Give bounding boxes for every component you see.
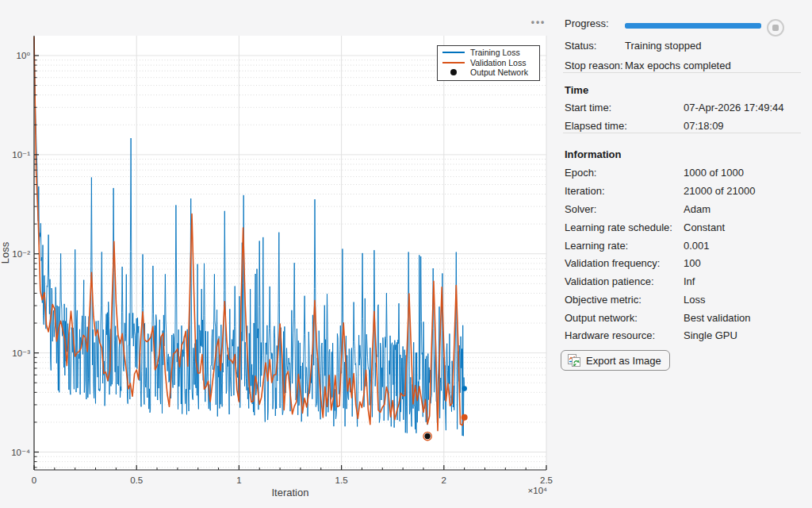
y-tick-label: 10⁰: [17, 51, 31, 60]
output-network-row: Output network: Best validation: [555, 312, 812, 325]
x-axis-exponent-label: ×10⁴: [528, 486, 548, 495]
y-axis-title: Loss: [0, 241, 11, 264]
section-divider: [563, 133, 801, 133]
more-options-button[interactable]: •••: [528, 16, 549, 29]
x-tick-label: 0: [32, 475, 36, 485]
y-tick-label: 10⁻³: [12, 348, 30, 358]
information-section-title: Information: [565, 148, 622, 160]
training-progress-window: 10⁰10⁻¹10⁻²10⁻³10⁻⁴00.511.522.5×10⁴Itera…: [0, 0, 812, 508]
time-section-title: Time: [565, 84, 588, 96]
y-tick-label: 10⁻²: [12, 249, 30, 259]
epoch-row: Epoch: 1000 of 1000: [555, 167, 812, 179]
epoch-label: Epoch:: [565, 167, 596, 179]
learning-rate-value: 0.001: [684, 240, 710, 252]
hardware-resource-row: Hardware resource: Single GPU: [555, 329, 812, 342]
x-tick-label: 2.5: [540, 475, 553, 485]
legend-item-training[interactable]: Training Loss: [441, 48, 536, 58]
export-image-icon: [567, 353, 581, 368]
legend-training-line-icon: [442, 52, 465, 53]
validation-frequency-row: Validation frequency: 100: [555, 257, 812, 270]
status-value: Training stopped: [625, 40, 701, 52]
solver-row: Solver: Adam: [555, 203, 812, 216]
legend-output-label: Output Network: [470, 67, 528, 77]
elapsed-time-label: Elapsed time:: [565, 120, 627, 133]
stop-reason-label: Stop reason:: [565, 60, 623, 72]
chart-legend: Training Loss Validation Loss Output Net…: [437, 45, 540, 81]
stop-reason-row: Stop reason: Max epochs completed: [555, 60, 812, 72]
legend-output-sample: [441, 69, 466, 75]
start-time-label: Start time:: [565, 102, 611, 114]
export-as-image-button[interactable]: Export as Image: [561, 350, 670, 371]
elapsed-time-row: Elapsed time: 07:18:09: [555, 120, 812, 133]
progress-bar-fill: [625, 23, 761, 29]
output-network-value: Best validation: [684, 312, 751, 325]
stop-reason-value: Max epochs completed: [625, 60, 731, 72]
validation-patience-value: Inf: [684, 275, 695, 288]
validation-frequency-value: 100: [684, 257, 701, 270]
lr-schedule-value: Constant: [684, 221, 725, 234]
legend-training-sample: [441, 52, 466, 53]
solver-label: Solver:: [565, 203, 596, 216]
legend-item-output-network[interactable]: Output Network: [441, 67, 536, 78]
legend-validation-sample: [441, 62, 466, 64]
x-tick-label: 2: [442, 475, 446, 485]
legend-validation-label: Validation Loss: [470, 58, 526, 67]
iteration-row: Iteration: 21000 of 21000: [555, 185, 812, 198]
validation-frequency-label: Validation frequency:: [565, 257, 660, 270]
status-label: Status:: [565, 40, 596, 52]
loss-chart-region: 10⁰10⁻¹10⁻²10⁻³10⁻⁴00.511.522.5×10⁴Itera…: [0, 0, 555, 508]
start-time-row: Start time: 07-Apr-2026 17:49:44: [555, 102, 812, 114]
output-network-marker: [424, 433, 430, 439]
status-row: Status: Training stopped: [555, 40, 812, 52]
validation-patience-row: Validation patience: Inf: [555, 275, 812, 288]
learning-rate-row: Learning rate: 0.001: [555, 240, 812, 252]
validation-end-marker: [462, 414, 468, 421]
progress-label: Progress:: [565, 17, 609, 30]
elapsed-time-value: 07:18:09: [684, 120, 724, 133]
stop-button[interactable]: [767, 19, 784, 37]
x-tick-label: 1.5: [335, 475, 348, 485]
stop-icon: [772, 25, 779, 31]
training-info-panel: Progress: Status: Training stopped Stop …: [555, 0, 812, 508]
iteration-value: 21000 of 21000: [684, 185, 755, 198]
objective-metric-label: Objective metric:: [565, 294, 642, 306]
objective-metric-value: Loss: [684, 294, 705, 306]
output-network-label: Output network:: [565, 312, 638, 325]
progress-bar: [625, 23, 761, 29]
legend-item-validation[interactable]: Validation Loss: [441, 58, 536, 68]
solver-value: Adam: [684, 203, 710, 216]
learning-rate-label: Learning rate:: [565, 240, 628, 252]
legend-validation-line-icon: [442, 62, 465, 64]
iteration-label: Iteration:: [565, 185, 605, 198]
x-axis-title: Iteration: [272, 487, 309, 498]
start-time-value: 07-Apr-2026 17:49:44: [684, 102, 783, 114]
x-tick-label: 1: [236, 475, 241, 485]
y-tick-label: 10⁻⁴: [11, 448, 30, 457]
validation-patience-label: Validation patience:: [565, 275, 654, 288]
lr-schedule-label: Learning rate schedule:: [565, 221, 672, 234]
training-end-marker: [462, 386, 467, 391]
legend-output-dot-icon: [450, 69, 457, 75]
x-tick-label: 0.5: [130, 475, 143, 485]
lr-schedule-row: Learning rate schedule: Constant: [555, 221, 812, 234]
objective-metric-row: Objective metric: Loss: [555, 294, 812, 306]
y-tick-label: 10⁻¹: [12, 150, 30, 160]
hardware-resource-label: Hardware resource:: [565, 329, 655, 342]
legend-training-label: Training Loss: [470, 48, 520, 57]
epoch-value: 1000 of 1000: [684, 167, 744, 179]
export-button-label: Export as Image: [586, 355, 661, 367]
hardware-resource-value: Single GPU: [684, 329, 737, 342]
section-divider: [563, 72, 801, 73]
